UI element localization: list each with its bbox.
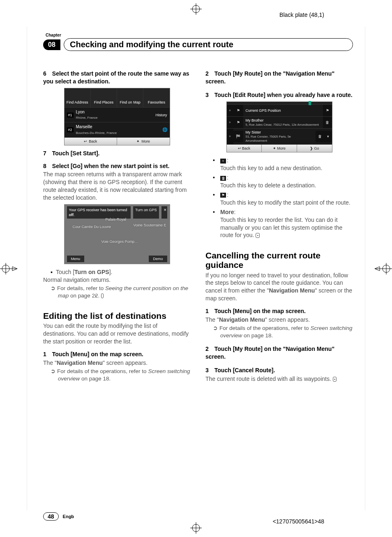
route-row-sister-title: My Sister — [246, 130, 313, 135]
crop-mark-bottom — [190, 522, 202, 534]
delete-icon[interactable]: 🗑 — [323, 117, 332, 128]
go-icon: ❯ — [310, 146, 314, 150]
trash-icon: 🗑 — [220, 176, 226, 181]
step-8-text: Select [Go] when the new start point is … — [52, 163, 170, 169]
back-button-label: Back — [242, 146, 250, 150]
editing-body: You can edit the route by modifying the … — [43, 322, 191, 346]
key-more-text: Touch this key to reorder the list. You … — [220, 217, 342, 239]
cancel-step-2-text: Touch [My Route] on the "Navigation Menu… — [205, 346, 334, 360]
page-number: 48 — [43, 512, 59, 521]
end-mark-icon: ▪ — [333, 377, 337, 382]
step-6-text: Select the start point of the route the … — [43, 70, 189, 85]
key-add: +:Touch this key to add a new destinatio… — [213, 157, 353, 172]
chapter-title: Checking and modifying the current route — [64, 38, 353, 51]
key-delete-text: Touch this key to delete a destination. — [220, 182, 353, 189]
back-button-label: Back — [89, 139, 97, 143]
more-button-label: More — [141, 139, 150, 143]
bullet-turn-on-gps: ▪Touch [Turn on GPS]. — [43, 268, 191, 276]
cancel-step-3-text: Touch [Cancel Route]. — [214, 367, 275, 373]
cancel-step-1-text: Touch [Menu] on the map screen. — [214, 308, 306, 314]
cancel-step-3: 3Touch [Cancel Route]. — [205, 366, 353, 374]
more-button[interactable]: ✦ More — [262, 145, 297, 152]
plus-icon: + — [220, 159, 226, 164]
history-row2-sub: Bouches-Du-Rhône, France — [76, 131, 117, 135]
margin-line-left — [27, 27, 27, 510]
more-icon: ✦ — [136, 139, 140, 143]
black-plate-label: Black plate (48,1) — [279, 12, 324, 18]
heading-cancelling-route: Cancelling the current route guidance — [205, 251, 353, 270]
crop-mark-right — [375, 263, 392, 274]
footer-code: <127075005641>48 — [273, 518, 324, 525]
chevron-down-icon[interactable]: ▾ — [325, 131, 332, 142]
cancel-step-1: 1Touch [Menu] on the map screen. — [205, 307, 353, 315]
route-row-brother-sub: 5, Rue Jules César, 75012 Paris, 12e Arr… — [246, 123, 321, 127]
chapter-number-badge: 08 — [43, 39, 60, 50]
history-index-1: #1 — [67, 113, 74, 118]
normal-nav-text: Normal navigation returns. — [43, 276, 191, 284]
key-start-text: Touch this key to modify the start point… — [220, 199, 353, 207]
map-label-pomp: Voie Georges Pomp… — [101, 239, 138, 244]
step-7-text: Touch [Set Start]. — [52, 150, 100, 157]
screenshot-edit-route: + ⚑ Current GPS Position ⚑ + ⚑ My Brothe… — [226, 101, 332, 153]
map-label-voirie: Voirie Souterraine E — [133, 223, 166, 228]
chapter-label: Chapter — [46, 33, 353, 37]
back-icon: ↩ — [84, 139, 87, 143]
editing-step-1-after: The "Navigation Menu" screen appears. — [43, 359, 191, 367]
history-row1-sub: Rhône, France — [76, 116, 98, 120]
flag-finish-icon: 🏁 — [233, 131, 243, 142]
key-more: More:Touch this key to reorder the list.… — [213, 208, 353, 240]
history-label[interactable]: History — [155, 113, 167, 118]
route-row-brother[interactable]: + ⚑ My Brother5, Rue Jules César, 75012 … — [227, 116, 332, 128]
tab-find-on-map[interactable]: Find on Map — [117, 88, 143, 107]
key-more-head: More — [220, 209, 234, 215]
tab-favourites[interactable]: Favourites — [143, 88, 169, 107]
heading-editing-destinations: Editing the list of destinations — [43, 311, 191, 320]
turn-on-gps-button[interactable]: Turn on GPS — [133, 206, 159, 219]
flag-start-icon: ⚑ — [233, 105, 243, 116]
more-button[interactable]: ✦More — [117, 138, 170, 145]
back-icon: ↩ — [238, 146, 242, 150]
right-step-3-text: Touch [Edit Route] when you already have… — [214, 92, 353, 98]
globe-icon[interactable]: 🌐 — [162, 127, 167, 133]
history-index-2: #2 — [67, 127, 74, 132]
end-mark-icon: ▪ — [101, 293, 104, 298]
crop-mark-left — [0, 263, 17, 274]
map-label-louvre: Cour Carrée Du Louvre — [73, 224, 111, 229]
turn-on-gps-strong: Turn on GPS — [74, 269, 109, 275]
more-button-label: More — [277, 146, 286, 150]
route-row-sister[interactable]: + 🏁 My Sister53, Rue Censier, 75005 Pari… — [227, 128, 332, 144]
margin-line-right — [365, 27, 365, 510]
add-icon[interactable]: + — [227, 117, 233, 128]
back-button[interactable]: ↩Back — [65, 138, 118, 145]
tab-find-address[interactable]: Find Address — [65, 88, 91, 107]
flag-icon[interactable]: ⚑ — [323, 105, 332, 116]
close-icon[interactable]: ✕ — [161, 206, 167, 219]
right-step-3: 3Touch [Edit Route] when you already hav… — [205, 91, 353, 99]
add-icon[interactable]: + — [227, 105, 233, 116]
left-column: 6Select the start point of the route the… — [43, 70, 191, 383]
step-7: 7Touch [Set Start]. — [43, 150, 191, 157]
right-column: 2Touch [My Route] on the "Navigation Men… — [205, 70, 353, 383]
route-row-current[interactable]: + ⚑ Current GPS Position ⚑ — [227, 104, 332, 116]
go-button[interactable]: ❯ Go — [297, 145, 332, 152]
cancel-step-2: 2Touch [My Route] on the "Navigation Men… — [205, 345, 353, 361]
cancel-body: If you no longer need to travel to your … — [205, 272, 353, 303]
demo-button[interactable]: Demo — [149, 256, 167, 262]
flag-via-icon: ⚑ — [233, 117, 243, 128]
more-icon: ✦ — [273, 146, 277, 150]
language-code: Engb — [63, 514, 74, 519]
menu-button[interactable]: Menu — [67, 256, 85, 262]
add-icon[interactable]: + — [227, 129, 233, 144]
route-row-current-label: Current GPS Position — [246, 108, 321, 113]
end-mark-icon: ▪ — [256, 233, 259, 238]
tab-find-places[interactable]: Find Places — [91, 88, 117, 107]
map-label-palais: Palais-Royal — [106, 217, 127, 222]
delete-icon[interactable]: 🗑 — [316, 131, 325, 142]
ref-screen-switching-1: ➲For details of the operations, refer to… — [43, 368, 191, 383]
crop-mark-top — [190, 3, 202, 15]
back-button[interactable]: ↩ Back — [227, 145, 262, 152]
ref-screen-switching-2: ➲For details of the operations, refer to… — [205, 325, 353, 339]
ref-seeing-position: ➲For details, refer to Seeing the curren… — [43, 285, 191, 300]
step-6: 6Select the start point of the route the… — [43, 70, 191, 85]
step-8-body: The map screen returns with a transparen… — [43, 171, 191, 202]
